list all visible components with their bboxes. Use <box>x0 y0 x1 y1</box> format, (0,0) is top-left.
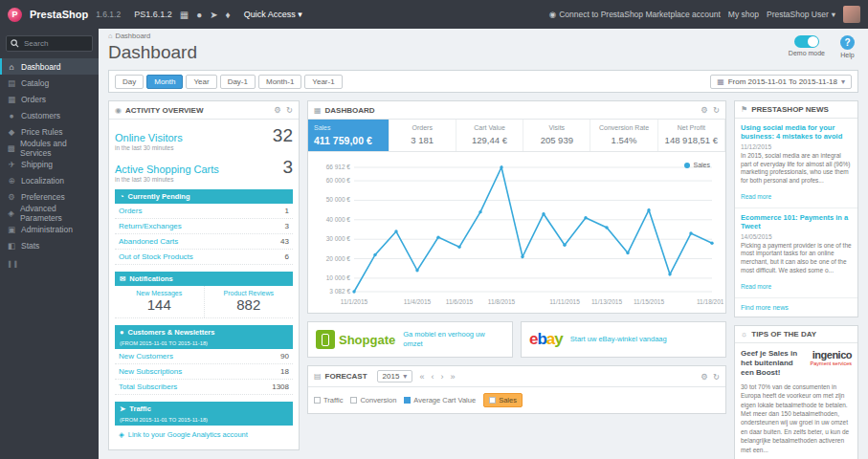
sidebar-item-catalog[interactable]: ▤Catalog <box>0 75 99 91</box>
kpi-value: 205 939 <box>529 135 584 145</box>
stat-row-new-customers[interactable]: New Customers90 <box>115 349 293 364</box>
forecast-legend-average-cart-value[interactable]: Average Cart Value <box>404 396 476 404</box>
news-article-title[interactable]: Using social media for your business: 4 … <box>741 123 852 142</box>
range-button-day[interactable]: Day <box>115 75 144 89</box>
kpi-visits[interactable]: Visits205 939 <box>523 120 590 151</box>
range-button-month-1[interactable]: Month-1 <box>258 75 301 89</box>
kpi-orders[interactable]: Orders3 181 <box>389 120 456 151</box>
traffic-header: ➤ Traffic (FROM 2015-11-01 TO 2015-11-18… <box>115 402 293 426</box>
stat-row-value: 90 <box>280 352 289 361</box>
refresh-icon[interactable]: ↻ <box>713 372 720 382</box>
read-more-link[interactable]: Read more <box>741 193 771 200</box>
stat-row-return-exchanges[interactable]: Return/Exchanges3 <box>115 219 293 234</box>
sidebar-item-dashboard[interactable]: ⌂Dashboard <box>0 58 99 75</box>
checkbox-icon <box>314 397 321 404</box>
forecast-legend-sales[interactable]: Sales <box>483 393 523 407</box>
kpi-cart-value[interactable]: Cart Value129,44 € <box>456 120 523 151</box>
panel-title-dashboard: DASHBOARD <box>325 106 375 115</box>
kpi-value: 1.54% <box>596 135 651 145</box>
shopgate-promo[interactable]: Shopgate Ga mobiel en verhoog uw omzet <box>307 321 513 358</box>
user-menu[interactable]: PrestaShop User ▾ <box>767 10 835 19</box>
new-messages-cell[interactable]: New Messages 144 <box>115 286 205 317</box>
new-messages-label: New Messages <box>117 290 202 296</box>
forecast-legend-traffic[interactable]: Traffic <box>314 396 343 404</box>
product-reviews-cell[interactable]: Product Reviews 882 <box>205 286 294 317</box>
prev-page-icon[interactable]: ‹ <box>431 372 434 382</box>
gear-icon[interactable]: ⚙ <box>701 105 708 115</box>
refresh-icon[interactable]: ↻ <box>286 105 293 115</box>
gear-icon[interactable]: ⚙ <box>701 372 708 382</box>
prestashop-logo-icon[interactable]: P <box>8 8 22 22</box>
gear-icon[interactable]: ⚙ <box>274 105 281 115</box>
demo-mode-toggle[interactable] <box>794 35 819 48</box>
search-input[interactable] <box>22 38 89 49</box>
help-icon[interactable]: ? <box>840 35 855 50</box>
rocket-icon[interactable]: ➤ <box>210 10 217 20</box>
chart-legend[interactable]: Sales <box>684 162 710 168</box>
sidebar-item-label: Stats <box>21 241 39 251</box>
chevron-down-icon: ▾ <box>841 77 845 86</box>
range-button-month[interactable]: Month <box>146 75 183 89</box>
stat-row-new-subscriptions[interactable]: New Subscriptions18 <box>115 364 293 380</box>
news-article-date: 14/05/2015 <box>741 233 852 240</box>
active-carts-stat[interactable]: Active Shopping Carts 3 <box>115 157 293 178</box>
prestashop-news-panel: ⚑ PRESTASHOP NEWS Using social media for… <box>734 100 858 317</box>
ebay-letter: b <box>537 330 545 348</box>
sidebar-item-price-rules[interactable]: ◆Price Rules <box>0 123 99 140</box>
refresh-icon[interactable]: ↻ <box>713 105 720 115</box>
marketplace-link[interactable]: ◉Connect to PrestaShop Marketplace accou… <box>549 10 721 19</box>
read-more-link[interactable]: Read more <box>741 283 771 290</box>
stat-row-orders[interactable]: Orders1 <box>115 204 293 219</box>
kpi-conversion-rate[interactable]: Conversion Rate1.54% <box>590 120 657 151</box>
sidebar-item-orders[interactable]: ▦Orders <box>0 91 99 107</box>
last-page-icon[interactable]: » <box>450 372 455 382</box>
quick-access-menu[interactable]: Quick Access ▾ <box>244 10 302 19</box>
logo-text[interactable]: PrestaShop <box>30 9 88 20</box>
range-button-day-1[interactable]: Day-1 <box>220 75 256 89</box>
find-more-news-link[interactable]: Find more news <box>735 298 857 317</box>
activity-overview-panel: ◉ ACTIVITY OVERVIEW ⚙↻ Online Visitors 3… <box>108 100 300 450</box>
module-promos: Shopgate Ga mobiel en verhoog uw omzet e… <box>307 321 726 358</box>
ebay-cta-link[interactable]: Start uw eBay-winkel vandaag <box>570 335 667 344</box>
online-visitors-stat[interactable]: Online Visitors 32 <box>115 125 293 146</box>
stat-row-abandoned-carts[interactable]: Abandoned Carts43 <box>115 234 293 250</box>
panel-title-news: PRESTASHOP NEWS <box>751 105 829 114</box>
first-page-icon[interactable]: « <box>419 372 424 382</box>
sidebar-item-modules-and-services[interactable]: ▩Modules and Services <box>0 140 99 156</box>
stat-row-out-of-stock-products[interactable]: Out of Stock Products6 <box>115 250 293 265</box>
version-label: 1.6.1.2 <box>96 10 121 19</box>
sidebar-item-preferences[interactable]: ⚙Preferences <box>0 188 99 205</box>
sidebar-item-advanced-parameters[interactable]: ◈Advanced Parameters <box>0 205 99 221</box>
date-range-picker[interactable]: ▦ From 2015-11-01 To 2015-11-18 ▾ <box>710 75 852 89</box>
news-article-title[interactable]: Ecommerce 101: Payments in a Tweet <box>741 213 852 231</box>
next-page-icon[interactable]: › <box>440 372 443 382</box>
employee-icon[interactable]: ● <box>196 10 202 20</box>
sidebar-item-shipping[interactable]: ✈Shipping <box>0 156 99 172</box>
kpi-label: Orders <box>395 124 450 131</box>
shop-name-link[interactable]: PS1.6.1.2 <box>134 10 172 19</box>
sidebar-item-stats[interactable]: ◧Stats <box>0 237 99 253</box>
sidebar-item-customers[interactable]: ●Customers <box>0 107 99 123</box>
shopgate-cta-link[interactable]: Ga mobiel en verhoog uw omzet <box>403 330 504 349</box>
forecast-icon: ▤ <box>314 372 322 381</box>
kpi-sales[interactable]: Sales411 759,00 € <box>308 120 389 151</box>
sidebar-search[interactable] <box>6 35 93 52</box>
online-visitors-sub: in the last 30 minutes <box>115 144 293 151</box>
ebay-promo[interactable]: ebay Start uw eBay-winkel vandaag <box>521 321 726 358</box>
collapse-sidebar-button[interactable]: ▌▌ <box>0 261 99 267</box>
cart-icon[interactable]: ▦ <box>180 10 189 20</box>
forecast-legend-conversion[interactable]: Conversion <box>350 396 396 404</box>
stat-row-total-subscribers[interactable]: Total Subscribers1308 <box>115 380 293 395</box>
my-shop-link[interactable]: My shop <box>728 10 759 19</box>
kpi-net-profit[interactable]: Net Profit148 918,51 € <box>658 120 725 151</box>
google-analytics-link[interactable]: ◈ Link to your Google Analytics account <box>115 426 293 444</box>
user-avatar[interactable] <box>843 6 860 23</box>
year-select[interactable]: 2015 ▾ <box>377 370 413 382</box>
range-button-year[interactable]: Year <box>186 75 216 89</box>
ingenico-name: ingenico <box>811 349 852 361</box>
sidebar-item-localization[interactable]: ⊕Localization <box>0 172 99 188</box>
sidebar-item-administration[interactable]: ▣Administration <box>0 221 99 237</box>
range-button-year-1[interactable]: Year-1 <box>304 75 342 89</box>
stat-row-value: 3 <box>285 222 289 230</box>
trophy-icon[interactable]: ♦ <box>226 10 231 20</box>
